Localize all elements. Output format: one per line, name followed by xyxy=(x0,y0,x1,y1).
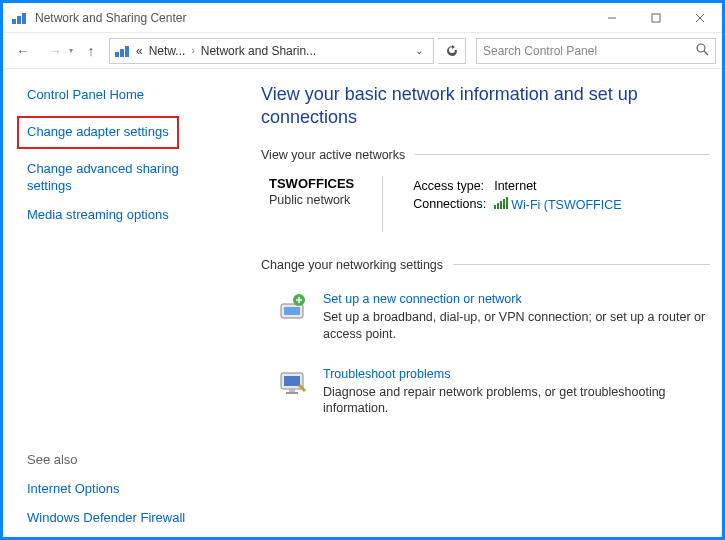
access-type-value: Internet xyxy=(494,178,627,194)
setup-connection-link[interactable]: Set up a new connection or network xyxy=(323,292,522,306)
access-type-label: Access type: xyxy=(413,178,492,194)
svg-rect-13 xyxy=(284,307,300,315)
svg-rect-2 xyxy=(22,13,26,24)
svg-rect-17 xyxy=(289,389,295,392)
network-name: TSWOFFICES xyxy=(269,176,354,191)
active-network-row: TSWOFFICES Public network Access type: I… xyxy=(261,176,710,232)
svg-rect-16 xyxy=(284,376,300,386)
up-button[interactable]: ↑ xyxy=(77,37,105,65)
breadcrumb-icon xyxy=(114,43,130,59)
content-area: Control Panel Home Change adapter settin… xyxy=(3,69,722,537)
setup-connection-icon xyxy=(277,292,309,324)
active-networks-label: View your active networks xyxy=(261,148,710,162)
change-settings-label: Change your networking settings xyxy=(261,258,710,272)
nav-toolbar: ← → ▾ ↑ « Netw... › Network and Sharin..… xyxy=(3,33,722,69)
refresh-button[interactable] xyxy=(438,38,466,64)
svg-rect-0 xyxy=(12,19,16,24)
svg-rect-8 xyxy=(120,49,124,57)
history-dropdown[interactable]: ▾ xyxy=(69,46,73,55)
connection-link[interactable]: Wi-Fi (TSWOFFICE xyxy=(511,198,621,212)
active-networks-text: View your active networks xyxy=(261,148,405,162)
search-input[interactable] xyxy=(483,44,689,58)
breadcrumb-prefix: « xyxy=(136,44,143,58)
wifi-signal-icon xyxy=(494,197,508,209)
search-box[interactable] xyxy=(476,38,716,64)
sidebar-link-firewall[interactable]: Windows Defender Firewall xyxy=(27,510,223,527)
troubleshoot-link[interactable]: Troubleshoot problems xyxy=(323,367,450,381)
search-icon[interactable] xyxy=(695,42,709,59)
svg-rect-18 xyxy=(286,392,298,394)
svg-rect-7 xyxy=(115,52,119,57)
setup-connection-item[interactable]: Set up a new connection or network Set u… xyxy=(261,282,710,357)
close-button[interactable] xyxy=(678,3,722,33)
change-settings-text: Change your networking settings xyxy=(261,258,443,272)
titlebar: Network and Sharing Center xyxy=(3,3,722,33)
network-type: Public network xyxy=(269,193,354,207)
sidebar: Control Panel Home Change adapter settin… xyxy=(3,69,233,537)
settings-list: Set up a new connection or network Set u… xyxy=(261,282,710,432)
main-panel: View your basic network information and … xyxy=(233,69,722,537)
window-title: Network and Sharing Center xyxy=(35,11,590,25)
app-icon xyxy=(11,10,27,26)
see-also-label: See also xyxy=(27,452,223,467)
svg-rect-9 xyxy=(125,46,129,57)
page-heading: View your basic network information and … xyxy=(261,83,710,130)
breadcrumb-sep-icon: › xyxy=(191,45,194,56)
breadcrumb[interactable]: « Netw... › Network and Sharin... ⌄ xyxy=(109,38,434,64)
forward-button[interactable]: → xyxy=(41,37,69,65)
troubleshoot-item[interactable]: Troubleshoot problems Diagnose and repai… xyxy=(261,357,710,432)
sidebar-link-advanced[interactable]: Change advanced sharing settings xyxy=(27,161,223,195)
sidebar-link-streaming[interactable]: Media streaming options xyxy=(27,207,223,224)
svg-point-10 xyxy=(697,44,705,52)
svg-rect-1 xyxy=(17,16,21,24)
highlighted-link: Change adapter settings xyxy=(17,116,179,149)
connections-label: Connections: xyxy=(413,196,492,213)
troubleshoot-desc: Diagnose and repair network problems, or… xyxy=(323,384,706,418)
troubleshoot-icon xyxy=(277,367,309,399)
svg-line-11 xyxy=(704,51,708,55)
sidebar-link-adapter[interactable]: Change adapter settings xyxy=(27,124,169,141)
vertical-divider xyxy=(382,176,383,232)
divider xyxy=(415,154,710,155)
minimize-button[interactable] xyxy=(590,3,634,33)
divider xyxy=(453,264,710,265)
breadcrumb-level1[interactable]: Netw... xyxy=(149,44,186,58)
maximize-button[interactable] xyxy=(634,3,678,33)
back-button[interactable]: ← xyxy=(9,37,37,65)
sidebar-link-home[interactable]: Control Panel Home xyxy=(27,87,223,104)
breadcrumb-level2[interactable]: Network and Sharin... xyxy=(201,44,316,58)
svg-rect-4 xyxy=(652,14,660,22)
sidebar-link-internet-options[interactable]: Internet Options xyxy=(27,481,223,498)
breadcrumb-dropdown-icon[interactable]: ⌄ xyxy=(409,45,429,56)
setup-connection-desc: Set up a broadband, dial-up, or VPN conn… xyxy=(323,309,706,343)
